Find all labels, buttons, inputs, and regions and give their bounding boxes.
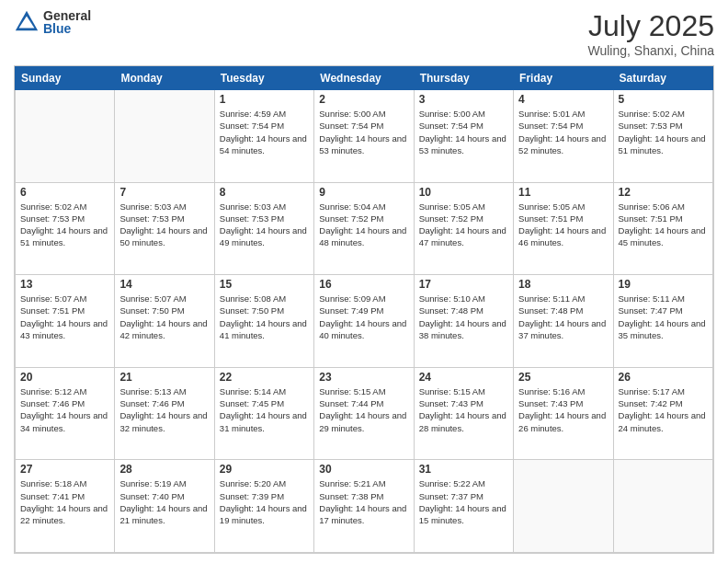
cell-info: Sunrise: 5:09 AMSunset: 7:49 PMDaylight:… — [319, 293, 408, 341]
cal-cell: 16Sunrise: 5:09 AMSunset: 7:49 PMDayligh… — [314, 275, 414, 368]
logo-text: General Blue — [43, 9, 91, 35]
cell-info: Sunrise: 5:03 AMSunset: 7:53 PMDaylight:… — [220, 201, 309, 249]
day-header-saturday: Saturday — [613, 67, 712, 90]
logo-blue-text: Blue — [43, 22, 91, 35]
cell-info: Sunrise: 5:22 AMSunset: 7:37 PMDaylight:… — [419, 477, 508, 526]
cal-cell: 30Sunrise: 5:21 AMSunset: 7:38 PMDayligh… — [314, 460, 414, 553]
day-header-thursday: Thursday — [414, 67, 513, 90]
cal-cell — [613, 460, 712, 553]
cell-info: Sunrise: 5:00 AMSunset: 7:54 PMDaylight:… — [419, 108, 508, 156]
cal-cell: 19Sunrise: 5:11 AMSunset: 7:47 PMDayligh… — [613, 275, 712, 368]
day-header-friday: Friday — [514, 67, 613, 90]
cal-cell: 11Sunrise: 5:05 AMSunset: 7:51 PMDayligh… — [514, 182, 613, 275]
date-number: 12 — [619, 186, 708, 199]
logo-icon — [14, 9, 40, 35]
cell-info: Sunrise: 5:16 AMSunset: 7:43 PMDaylight:… — [518, 385, 608, 434]
day-header-wednesday: Wednesday — [314, 67, 414, 90]
cell-info: Sunrise: 5:21 AMSunset: 7:38 PMDaylight:… — [319, 477, 408, 526]
cell-info: Sunrise: 5:02 AMSunset: 7:53 PMDaylight:… — [20, 201, 109, 249]
title-block: July 2025 Wuling, Shanxi, China — [588, 9, 714, 58]
date-number: 17 — [419, 278, 508, 291]
day-header-monday: Monday — [115, 67, 214, 90]
cal-cell: 21Sunrise: 5:13 AMSunset: 7:46 PMDayligh… — [115, 367, 214, 460]
cell-info: Sunrise: 5:01 AMSunset: 7:54 PMDaylight:… — [518, 108, 608, 156]
cal-cell: 26Sunrise: 5:17 AMSunset: 7:42 PMDayligh… — [613, 367, 712, 460]
date-number: 29 — [220, 463, 309, 476]
cal-cell: 23Sunrise: 5:15 AMSunset: 7:44 PMDayligh… — [314, 367, 414, 460]
date-number: 30 — [319, 463, 408, 476]
cal-cell: 27Sunrise: 5:18 AMSunset: 7:41 PMDayligh… — [16, 460, 115, 553]
cell-info: Sunrise: 5:07 AMSunset: 7:50 PMDaylight:… — [119, 293, 209, 341]
date-number: 31 — [419, 463, 508, 476]
date-number: 26 — [619, 371, 708, 384]
date-number: 21 — [119, 371, 209, 384]
cell-info: Sunrise: 5:19 AMSunset: 7:40 PMDaylight:… — [119, 477, 209, 526]
date-number: 4 — [518, 93, 608, 106]
day-header-sunday: Sunday — [16, 67, 115, 90]
cal-cell: 3Sunrise: 5:00 AMSunset: 7:54 PMDaylight… — [414, 90, 513, 183]
week-row-1: 6Sunrise: 5:02 AMSunset: 7:53 PMDaylight… — [16, 182, 713, 275]
date-number: 7 — [119, 186, 209, 199]
cal-cell: 5Sunrise: 5:02 AMSunset: 7:53 PMDaylight… — [613, 90, 712, 183]
cal-cell: 22Sunrise: 5:14 AMSunset: 7:45 PMDayligh… — [214, 367, 313, 460]
cal-cell: 2Sunrise: 5:00 AMSunset: 7:54 PMDaylight… — [314, 90, 414, 183]
date-number: 23 — [319, 371, 408, 384]
week-row-3: 20Sunrise: 5:12 AMSunset: 7:46 PMDayligh… — [16, 367, 713, 460]
week-row-4: 27Sunrise: 5:18 AMSunset: 7:41 PMDayligh… — [16, 460, 713, 553]
date-number: 22 — [220, 371, 309, 384]
date-number: 27 — [20, 463, 109, 476]
cell-info: Sunrise: 5:05 AMSunset: 7:52 PMDaylight:… — [419, 201, 508, 249]
cal-cell: 17Sunrise: 5:10 AMSunset: 7:48 PMDayligh… — [414, 275, 513, 368]
week-row-0: 1Sunrise: 4:59 AMSunset: 7:54 PMDaylight… — [16, 90, 713, 183]
week-row-2: 13Sunrise: 5:07 AMSunset: 7:51 PMDayligh… — [16, 275, 713, 368]
cal-cell: 25Sunrise: 5:16 AMSunset: 7:43 PMDayligh… — [514, 367, 613, 460]
date-number: 5 — [619, 93, 708, 106]
logo-general-text: General — [43, 9, 91, 22]
cell-info: Sunrise: 5:07 AMSunset: 7:51 PMDaylight:… — [20, 293, 109, 341]
date-number: 18 — [518, 278, 608, 291]
month-title: July 2025 — [588, 9, 714, 43]
calendar-body: 1Sunrise: 4:59 AMSunset: 7:54 PMDaylight… — [16, 90, 713, 553]
date-number: 15 — [220, 278, 309, 291]
date-number: 11 — [518, 186, 608, 199]
cell-info: Sunrise: 5:17 AMSunset: 7:42 PMDaylight:… — [619, 385, 708, 434]
cell-info: Sunrise: 5:05 AMSunset: 7:51 PMDaylight:… — [518, 201, 608, 249]
date-number: 19 — [619, 278, 708, 291]
cell-info: Sunrise: 5:03 AMSunset: 7:53 PMDaylight:… — [119, 201, 209, 249]
cell-info: Sunrise: 5:04 AMSunset: 7:52 PMDaylight:… — [319, 201, 408, 249]
date-number: 13 — [20, 278, 109, 291]
calendar: SundayMondayTuesdayWednesdayThursdayFrid… — [14, 65, 714, 554]
date-number: 16 — [319, 278, 408, 291]
cell-info: Sunrise: 5:18 AMSunset: 7:41 PMDaylight:… — [20, 477, 109, 526]
date-number: 8 — [220, 186, 309, 199]
date-number: 24 — [419, 371, 508, 384]
cal-cell — [115, 90, 214, 183]
date-number: 6 — [20, 186, 109, 199]
date-number: 2 — [319, 93, 408, 106]
cal-cell: 9Sunrise: 5:04 AMSunset: 7:52 PMDaylight… — [314, 182, 414, 275]
cell-info: Sunrise: 4:59 AMSunset: 7:54 PMDaylight:… — [220, 108, 309, 156]
cal-cell: 4Sunrise: 5:01 AMSunset: 7:54 PMDaylight… — [514, 90, 613, 183]
location: Wuling, Shanxi, China — [588, 43, 714, 58]
cell-info: Sunrise: 5:14 AMSunset: 7:45 PMDaylight:… — [220, 385, 309, 434]
cell-info: Sunrise: 5:08 AMSunset: 7:50 PMDaylight:… — [220, 293, 309, 341]
cell-info: Sunrise: 5:11 AMSunset: 7:48 PMDaylight:… — [518, 293, 608, 341]
cell-info: Sunrise: 5:12 AMSunset: 7:46 PMDaylight:… — [20, 385, 109, 434]
cal-cell: 12Sunrise: 5:06 AMSunset: 7:51 PMDayligh… — [613, 182, 712, 275]
cal-cell: 6Sunrise: 5:02 AMSunset: 7:53 PMDaylight… — [16, 182, 115, 275]
page: General Blue July 2025 Wuling, Shanxi, C… — [0, 0, 728, 563]
calendar-table: SundayMondayTuesdayWednesdayThursdayFrid… — [15, 66, 713, 553]
cell-info: Sunrise: 5:20 AMSunset: 7:39 PMDaylight:… — [220, 477, 309, 526]
date-number: 10 — [419, 186, 508, 199]
date-number: 3 — [419, 93, 508, 106]
date-number: 14 — [119, 278, 209, 291]
logo: General Blue — [14, 9, 91, 35]
cal-cell: 29Sunrise: 5:20 AMSunset: 7:39 PMDayligh… — [214, 460, 313, 553]
cal-cell: 15Sunrise: 5:08 AMSunset: 7:50 PMDayligh… — [214, 275, 313, 368]
date-number: 1 — [220, 93, 309, 106]
cal-cell: 24Sunrise: 5:15 AMSunset: 7:43 PMDayligh… — [414, 367, 513, 460]
cal-cell: 1Sunrise: 4:59 AMSunset: 7:54 PMDaylight… — [214, 90, 313, 183]
cell-info: Sunrise: 5:00 AMSunset: 7:54 PMDaylight:… — [319, 108, 408, 156]
cal-cell: 14Sunrise: 5:07 AMSunset: 7:50 PMDayligh… — [115, 275, 214, 368]
cal-cell: 8Sunrise: 5:03 AMSunset: 7:53 PMDaylight… — [214, 182, 313, 275]
